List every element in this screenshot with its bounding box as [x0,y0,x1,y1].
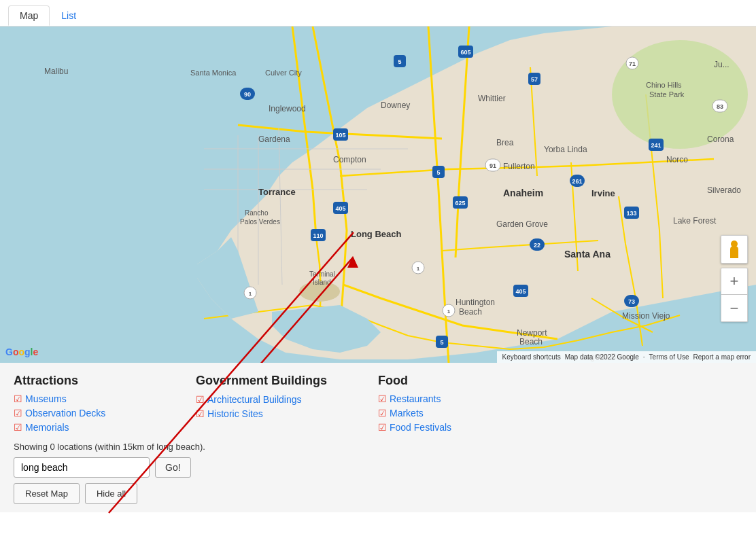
svg-text:Torrance: Torrance [258,187,296,197]
list-item: ☑ Museums [14,393,196,404]
list-item: ☑ Food Festivals [378,422,560,433]
svg-text:Inglewood: Inglewood [269,104,306,113]
checkbox-restaurants[interactable]: ☑ [378,393,387,404]
markets-link[interactable]: Markets [390,408,424,419]
svg-text:Lake Forest: Lake Forest [673,216,717,226]
svg-text:Compton: Compton [333,155,366,164]
svg-text:90: 90 [244,91,251,98]
svg-text:Downey: Downey [381,101,410,110]
tabs-bar: Map List [0,0,756,26]
svg-text:110: 110 [313,232,323,239]
observation-decks-link[interactable]: Observation Decks [25,408,105,419]
svg-text:Huntington: Huntington [456,298,495,307]
zoom-in-button[interactable]: + [721,268,748,295]
food-column: Food ☑ Restaurants ☑ Markets ☑ Food Fest… [378,374,560,436]
svg-text:1: 1 [417,266,420,272]
checkbox-observation-decks[interactable]: ☑ [14,408,22,419]
svg-text:Brea: Brea [496,138,514,147]
separator1: · [643,353,645,361]
svg-text:State Park: State Park [649,90,685,99]
location-search-input[interactable] [14,457,150,478]
checkbox-historic-sites[interactable]: ☑ [196,408,205,419]
architectural-buildings-link[interactable]: Architectural Buildings [207,394,302,405]
svg-text:Beach: Beach [519,337,543,346]
food-festivals-link[interactable]: Food Festivals [390,422,451,433]
svg-text:Santa Monica: Santa Monica [190,69,237,77]
svg-text:Irvine: Irvine [591,188,615,198]
svg-text:261: 261 [572,178,582,185]
checkbox-food-festivals[interactable]: ☑ [378,422,387,433]
go-button[interactable]: Go! [155,457,191,478]
svg-text:Norco: Norco [666,155,688,164]
list-item: ☑ Restaurants [378,393,560,404]
categories-row: Attractions ☑ Museums ☑ Observation Deck… [14,374,742,436]
hide-all-button[interactable]: Hide all [85,483,137,504]
svg-text:Fullerton: Fullerton [503,162,535,171]
svg-text:71: 71 [629,60,636,67]
svg-text:Long Beach: Long Beach [351,229,401,239]
svg-text:625: 625 [455,200,465,207]
google-logo: Google [5,346,38,357]
tab-map[interactable]: Map [8,5,50,26]
government-title: Government Buildings [196,374,378,389]
historic-sites-link[interactable]: Historic Sites [207,408,263,419]
zoom-out-button[interactable]: − [721,295,748,322]
svg-text:Santa Ana: Santa Ana [564,249,611,260]
map-controls: + − [721,235,748,322]
svg-text:Silverado: Silverado [707,185,741,195]
svg-text:Corona: Corona [707,135,734,144]
checkbox-architectural[interactable]: ☑ [196,394,205,405]
svg-text:91: 91 [489,162,496,169]
showing-text: Showing 0 locations (within 15km of long… [14,442,742,452]
svg-text:Terminal: Terminal [309,270,335,278]
attractions-title: Attractions [14,374,196,388]
svg-text:73: 73 [628,298,635,305]
search-row: Go! [14,457,742,478]
map-container[interactable]: Chino Hills State Park 405 110 105 5 605… [0,26,756,363]
svg-text:Beach: Beach [459,307,482,317]
svg-text:Mission Viejo: Mission Viejo [622,311,670,321]
action-buttons: Reset Map Hide all [14,483,742,504]
svg-text:Garden Grove: Garden Grove [496,219,548,229]
checkbox-markets[interactable]: ☑ [378,408,387,419]
bottom-panel: Attractions ☑ Museums ☑ Observation Deck… [0,363,756,512]
food-title: Food [378,374,560,388]
empty-column [560,374,742,436]
svg-text:Culver City: Culver City [265,69,302,77]
svg-text:Chino Hills: Chino Hills [646,81,682,89]
map-footer: Keyboard shortcuts Map data ©2022 Google… [497,351,756,363]
svg-text:405: 405 [515,288,526,295]
svg-text:Palos Verdes: Palos Verdes [240,218,280,226]
svg-text:1: 1 [447,308,451,315]
svg-text:Rancho: Rancho [245,209,269,217]
checkbox-museums[interactable]: ☑ [14,393,22,404]
svg-text:241: 241 [651,142,661,149]
svg-text:Ju...: Ju... [714,60,729,69]
svg-text:5: 5 [398,58,401,65]
report-link[interactable]: Report a map error [693,353,751,361]
svg-text:133: 133 [626,210,636,217]
svg-text:105: 105 [335,132,345,139]
list-item: ☑ Markets [378,408,560,419]
map-image: Chino Hills State Park 405 110 105 5 605… [0,26,756,363]
svg-text:Anaheim: Anaheim [503,188,543,198]
restaurants-link[interactable]: Restaurants [390,393,441,404]
checkbox-memorials[interactable]: ☑ [14,422,22,433]
svg-text:5: 5 [436,169,440,176]
list-item: ☑ Observation Decks [14,408,196,419]
reset-map-button[interactable]: Reset Map [14,483,80,504]
svg-text:Newport: Newport [517,328,547,338]
terms-link[interactable]: Terms of Use [649,353,689,361]
attractions-column: Attractions ☑ Museums ☑ Observation Deck… [14,374,196,436]
street-view-button[interactable] [721,235,748,264]
list-item: ☑ Historic Sites [196,408,378,419]
memorials-link[interactable]: Memorials [25,422,69,433]
museums-link[interactable]: Museums [25,393,67,404]
svg-text:405: 405 [335,205,345,212]
keyboard-shortcuts-link[interactable]: Keyboard shortcuts [502,353,561,361]
tab-list[interactable]: List [50,5,88,26]
svg-text:Yorba Linda: Yorba Linda [544,145,587,154]
svg-text:5: 5 [440,339,443,346]
svg-text:605: 605 [460,49,470,56]
svg-text:83: 83 [717,103,723,110]
